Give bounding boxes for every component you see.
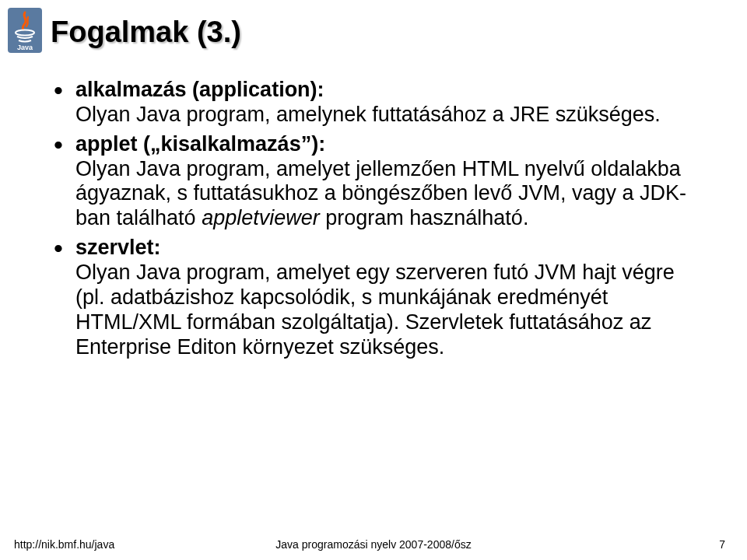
bullet-item: szervlet:Olyan Java program, amelyet egy… [51,236,708,359]
definition: Olyan Java program, amelyet jellemzően H… [75,157,708,232]
bullet-item: alkalmazás (application):Olyan Java prog… [51,78,708,128]
page-number: 7 [719,538,725,551]
footer-url: http://nik.bmf.hu/java [14,538,114,551]
footer-course: Java programozási nyelv 2007-2008/ősz [275,538,471,551]
definition: Olyan Java program, amelyet egy szervere… [75,261,708,359]
bullet-item: applet („kisalkalmazás”):Olyan Java prog… [51,132,708,231]
text: program használható. [320,206,529,229]
italic-text: appletviewer [202,206,320,229]
text: Olyan Java program, amelynek futtatásáho… [75,103,661,126]
svg-text:Java: Java [17,44,33,51]
java-logo-icon: Java [8,8,42,53]
term: applet („kisalkalmazás”): [75,132,325,156]
definition: Olyan Java program, amelynek futtatásáho… [75,103,708,128]
bullet-list: alkalmazás (application):Olyan Java prog… [51,78,708,359]
page-title: Fogalmak (3.) [51,16,241,49]
slide-content: alkalmazás (application):Olyan Java prog… [51,78,708,364]
term: alkalmazás (application): [75,78,324,101]
text: Olyan Java program, amelyet egy szervere… [75,261,675,359]
term: szervlet: [75,236,161,259]
